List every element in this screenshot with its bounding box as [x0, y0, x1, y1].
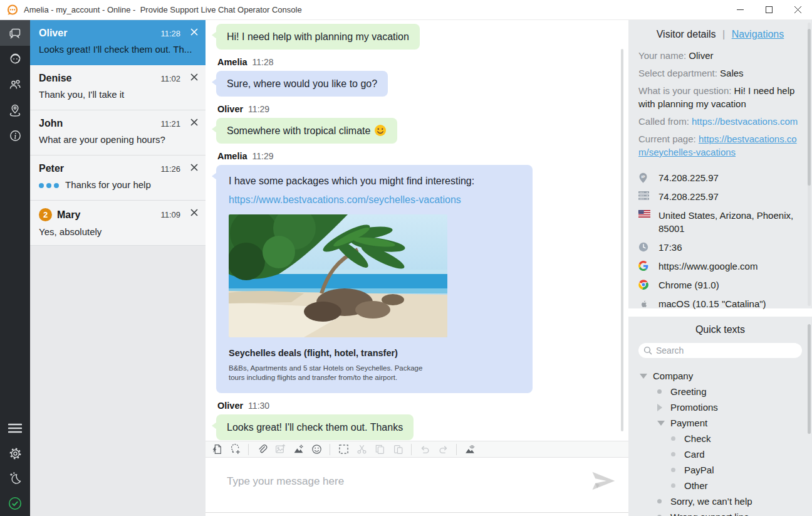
close-chat-icon[interactable]: [190, 28, 198, 36]
chat-name: Denise: [39, 73, 71, 84]
select-area-button[interactable]: [337, 443, 350, 456]
message-header: Amelia11:29: [217, 151, 628, 161]
screenshot-button[interactable]: [292, 443, 304, 456]
sidebar-item-status[interactable]: [0, 491, 30, 516]
quicktext-node-card[interactable]: Card: [638, 446, 802, 462]
operator-message-card: I have some packages which you might fin…: [216, 165, 533, 393]
quick-texts-section: Quick texts Company Greeting Promotions: [628, 317, 812, 516]
close-chat-icon[interactable]: [190, 164, 198, 171]
close-chat-icon[interactable]: [190, 118, 198, 126]
typing-indicator-icon: [39, 183, 59, 188]
undo-button[interactable]: [419, 443, 431, 456]
chat-preview: Yes, absolutely: [39, 226, 197, 237]
title-bar: Amelia - my_account - Online - Provide S…: [0, 0, 812, 20]
online-status-check-icon: [8, 496, 23, 511]
card-description: B&Bs, Apartments and 5 star Hotels on Se…: [229, 364, 435, 382]
details-scrollbar-thumb[interactable]: [808, 29, 811, 186]
quick-texts-scrollbar-thumb[interactable]: [808, 324, 811, 434]
copy-button[interactable]: [373, 443, 386, 456]
sidebar-item-settings[interactable]: [0, 441, 30, 466]
visitor-details-section: Visitor details | Navigations Your name:…: [628, 20, 812, 308]
sidebar-item-geolocation[interactable]: [0, 97, 30, 123]
chrome-icon: [638, 280, 652, 290]
seychelles-beach-image[interactable]: [229, 214, 447, 337]
referrer-link[interactable]: https://www.google.com: [658, 260, 801, 273]
image-preview-button[interactable]: [464, 443, 476, 456]
chat-preview: What are your opening hours?: [39, 134, 197, 145]
toolbar-divider: [248, 444, 249, 455]
tab-navigations[interactable]: Navigations: [732, 29, 784, 39]
visitor-message: Looks great! I'll check them out. Thanks: [216, 414, 414, 440]
quicktext-node-promotions[interactable]: Promotions: [638, 399, 802, 415]
quicktext-node-other[interactable]: Other: [638, 478, 802, 493]
cut-button[interactable]: [355, 443, 368, 456]
maximize-button[interactable]: [754, 0, 783, 20]
chat-list-item-oliver[interactable]: Oliver 11:28 Looks great! I'll check the…: [30, 20, 206, 65]
sidebar-item-chats[interactable]: [0, 20, 30, 46]
unread-badge: 2: [39, 208, 52, 221]
sidebar-item-visitors[interactable]: [0, 71, 30, 97]
send-button[interactable]: [591, 470, 616, 492]
chevron-expanded-icon[interactable]: [640, 374, 648, 379]
field-called-from: Called from: https://bestvacations.com: [638, 115, 802, 128]
image-preview-icon: [464, 444, 476, 455]
quick-text-button[interactable]: [211, 443, 223, 456]
chevron-collapsed-icon[interactable]: [657, 404, 666, 411]
close-button[interactable]: [783, 0, 812, 20]
messages-scrollbar[interactable]: [621, 49, 623, 431]
emoji-button[interactable]: [310, 443, 323, 456]
close-chat-icon[interactable]: [190, 73, 198, 81]
sidebar-item-operators[interactable]: [0, 46, 30, 71]
info-local-time: 17:36: [638, 241, 802, 254]
chat-list: Oliver 11:28 Looks great! I'll check the…: [30, 20, 206, 516]
chat-time: 11:09: [160, 210, 180, 219]
package-link[interactable]: https://www.bestvacations.com/seychelles…: [229, 193, 520, 206]
sidebar-item-menu[interactable]: [0, 416, 30, 441]
message-history: Hi! I need help with planning my vacatio…: [206, 20, 628, 441]
add-quick-text-button[interactable]: [229, 443, 241, 456]
bullet-icon: [657, 499, 666, 503]
search-input[interactable]: [656, 344, 788, 357]
send-image-button[interactable]: [274, 443, 286, 456]
info-os: macOS (10.15 "Catalina"): [638, 297, 802, 310]
tab-visitor-details[interactable]: Visitor details: [657, 29, 716, 39]
quicktext-node-sorry[interactable]: Sorry, we can’t help: [638, 493, 802, 509]
chat-list-item-john[interactable]: John 11:21 What are your opening hours?: [30, 110, 206, 155]
chat-list-item-denise[interactable]: Denise 11:02 Thank you, I'll take it: [30, 65, 206, 110]
minimize-button[interactable]: [726, 0, 754, 20]
field-current-page: Current page: https://bestvacations.com/…: [638, 132, 802, 159]
sidebar-item-info[interactable]: [0, 123, 30, 149]
window-title: Amelia - my_account - Online - Provide S…: [24, 5, 302, 14]
chat-list-item-mary[interactable]: 2 Mary 11:09 Yes, absolutely: [30, 201, 206, 246]
quicktext-node-wrong-line[interactable]: Wrong support line: [638, 509, 802, 516]
quicktext-node-greeting[interactable]: Greeting: [638, 384, 802, 399]
toolbar-divider: [411, 444, 412, 455]
chat-preview: Looks great! I'll check them out. Th...: [39, 44, 197, 55]
close-chat-icon[interactable]: [190, 209, 198, 216]
quick-texts-search[interactable]: [638, 343, 802, 358]
chevron-expanded-icon[interactable]: [657, 421, 666, 426]
sidebar-item-dark-mode[interactable]: [0, 466, 30, 491]
select-area-icon: [338, 444, 349, 455]
bullet-icon: [671, 452, 680, 456]
quicktext-node-company[interactable]: Company: [638, 368, 802, 384]
chat-time: 11:21: [160, 119, 180, 129]
redo-button[interactable]: [437, 443, 449, 456]
chat-time: 11:26: [160, 164, 180, 174]
smiley-emoji-icon: [374, 124, 387, 137]
chat-list-item-peter[interactable]: Peter 11:26 Thanks for your help: [30, 155, 206, 201]
called-from-link[interactable]: https://bestvacations.com: [692, 116, 798, 127]
toolbar-divider: [330, 444, 330, 455]
attach-file-button[interactable]: [256, 443, 268, 456]
quicktext-node-paypal[interactable]: PayPal: [638, 462, 802, 478]
paste-button[interactable]: [392, 443, 404, 456]
quicktext-node-payment[interactable]: Payment: [638, 415, 802, 431]
field-department: Select department: Sales: [638, 66, 802, 80]
card-title: Seychelles deals (flight, hotel, transfe…: [229, 347, 520, 360]
bullet-icon: [671, 483, 680, 488]
paste-icon: [393, 444, 403, 455]
message-input[interactable]: [227, 475, 578, 488]
quicktext-node-check[interactable]: Check: [638, 431, 802, 446]
settings-gear-icon: [8, 446, 23, 461]
close-icon: [794, 6, 801, 13]
